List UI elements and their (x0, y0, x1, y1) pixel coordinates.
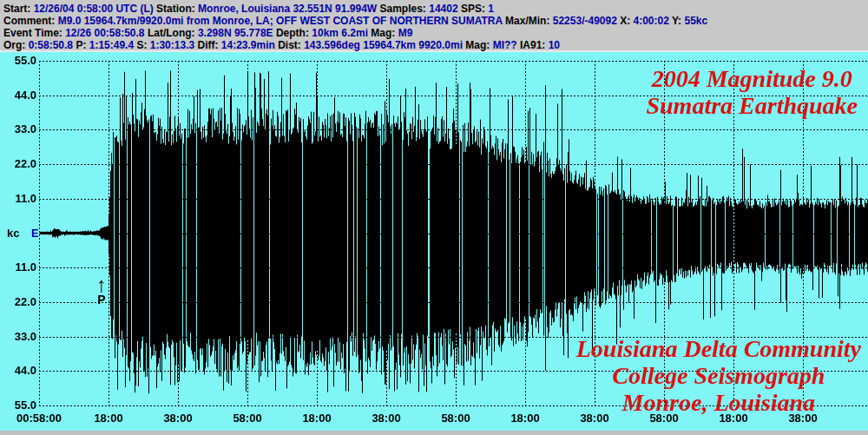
header-info: Start: 12/26/04 0:58:00 UTC (L) Station:… (0, 0, 868, 52)
annotation-line: College Seismograph (576, 362, 861, 389)
y-axis-label: 44.0 (0, 89, 36, 102)
field-label: Org: (3, 39, 29, 51)
field-value: 52253/-49092 (553, 15, 620, 27)
x-axis-label: 00:58:00 (16, 412, 62, 425)
y-axis-label: 33.0 (0, 331, 36, 343)
x-axis-label: 18:00 (510, 412, 539, 425)
x-axis-label: 18:00 (302, 412, 331, 425)
field-value: 12/26/04 0:58:00 UTC (L) (34, 3, 156, 15)
field-value: 1 (488, 3, 494, 15)
field-label: Start: (3, 3, 34, 15)
field-value: MI?? (493, 39, 520, 51)
station-annotation: Louisiana Delta CommunityCollege Seismog… (576, 335, 861, 416)
annotation-line: Louisiana Delta Community (576, 335, 861, 362)
channel-label: E (31, 227, 39, 240)
header-line-4: Org: 0:58:50.8 P: 1:15:49.4 S: 1:30:13.3… (3, 39, 868, 51)
annotation-line: 2004 Magnitude 9.0 (646, 65, 858, 92)
plot-area: 55.044.033.022.011.011.022.033.044.055.0… (0, 52, 868, 431)
field-label: IA91: (520, 39, 549, 51)
y-axis-label: 55.0 (0, 55, 36, 67)
y-axis-label: 33.0 (0, 123, 36, 135)
y-axis-label: 11.0 (0, 193, 36, 205)
field-label: X: (620, 15, 633, 27)
y-axis-label: 55.0 (0, 399, 36, 412)
y-axis-label: 11.0 (0, 261, 36, 274)
field-value: 12/26 00:58:50.8 (65, 27, 148, 39)
field-label: Event Time: (3, 27, 65, 39)
title-annotation: 2004 Magnitude 9.0Sumatra Earthquake (646, 65, 858, 119)
p-wave-marker: ↑ P (91, 276, 112, 306)
field-label: SPS: (461, 3, 488, 15)
field-value: 14:23.9min (221, 39, 278, 51)
annotation-line: Monroe, Louisiana (576, 389, 861, 416)
field-value: 3.298N 95.778E (198, 27, 276, 39)
field-label: Diff: (197, 39, 220, 51)
app-window: { "colors":{ "header_bg":"#C8C8C8","plot… (0, 0, 868, 435)
x-axis-label: 38:00 (163, 412, 192, 425)
header-line-1: Start: 12/26/04 0:58:00 UTC (L) Station:… (3, 3, 868, 15)
field-label: Comment: (3, 15, 58, 27)
field-value: 1:30:13.3 (150, 39, 198, 51)
field-label: Samples: (380, 3, 430, 15)
field-value: M9 (398, 27, 413, 39)
header-line-2: Comment: M9.0 15964.7km/9920.0mi from Mo… (3, 15, 868, 27)
field-value: 14402 (429, 3, 461, 15)
field-value: 1:15:49.4 (89, 39, 137, 51)
arrow-up-icon: ↑ (91, 276, 112, 293)
y-axis-label: 44.0 (0, 365, 36, 377)
field-label: Depth: (276, 27, 312, 39)
amplitude-unit-label: kc (7, 227, 19, 240)
p-wave-label: P (91, 293, 112, 306)
field-value: 10 (549, 39, 560, 51)
field-value: 4:00:02 (634, 15, 672, 27)
field-label: Mag: (465, 39, 492, 51)
field-label: Mag: (371, 27, 398, 39)
field-label: Y: (672, 15, 684, 27)
field-label: S: (136, 39, 149, 51)
field-label: Dist: (278, 39, 304, 51)
x-axis-label: 58:00 (441, 412, 470, 425)
field-label: Lat/Long: (148, 27, 198, 39)
field-value: M9.0 15964.7km/9920.0mi from Monroe, LA;… (58, 15, 505, 27)
x-axis-label: 18:00 (94, 412, 122, 425)
x-axis-label: 38:00 (372, 412, 400, 425)
y-axis-label: 22.0 (0, 158, 36, 170)
field-value: 0:58:50.8 (29, 39, 76, 51)
x-axis-label: 58:00 (233, 412, 261, 425)
field-value: 143.596deg 15964.7km 9920.0mi (304, 39, 465, 51)
annotation-line: Sumatra Earthquake (646, 92, 858, 119)
field-value: 55kc (684, 15, 707, 27)
field-value: Monroe, Louisiana 32.551N 91.994W (198, 3, 379, 15)
field-label: Max/Min: (505, 15, 553, 27)
field-value: 10km 6.2mi (312, 27, 371, 39)
y-axis-label: 22.0 (0, 296, 36, 308)
status-strip (0, 431, 868, 435)
field-label: P: (76, 39, 89, 51)
header-line-3: Event Time: 12/26 00:58:50.8 Lat/Long: 3… (3, 27, 868, 39)
field-label: Station: (156, 3, 198, 15)
